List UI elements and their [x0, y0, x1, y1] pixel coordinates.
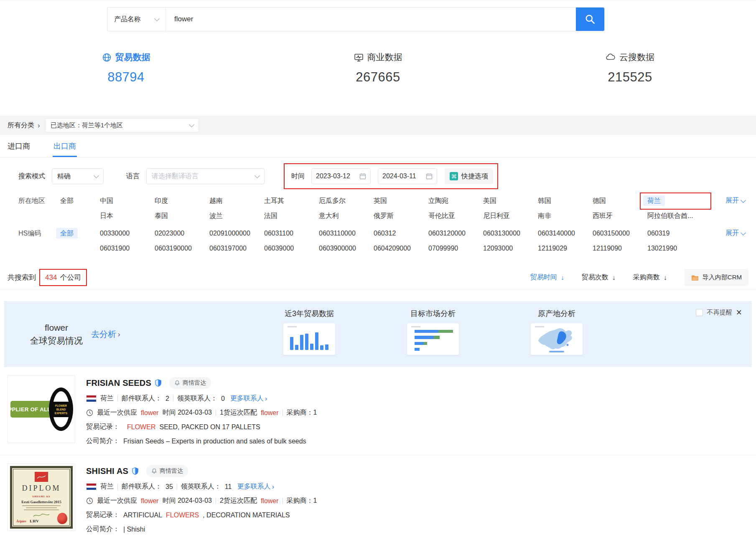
shipment-match-text: 2货运次匹配	[220, 496, 257, 505]
language-select[interactable]: 请选择翻译语言	[146, 168, 265, 184]
import-crm-button[interactable]: 导入内部CRM	[685, 269, 748, 286]
divider	[117, 484, 118, 490]
company-name[interactable]: FRISIAN SEEDS	[86, 378, 151, 388]
hs-expand-link[interactable]: 展开	[725, 229, 745, 238]
hs-item[interactable]: 0603130000	[483, 230, 538, 237]
more-contacts-link[interactable]: 更多联系人 ›	[237, 482, 274, 491]
hs-item[interactable]: 00330000	[100, 230, 155, 237]
region-item[interactable]: 美国	[483, 197, 538, 205]
language-placeholder: 请选择翻译语言	[152, 172, 199, 181]
hs-item[interactable]: 06031100	[264, 230, 319, 237]
stat-cloud-search-data[interactable]: 云搜数据 215525	[504, 51, 756, 98]
stat-label: 云搜数据	[619, 51, 654, 63]
date-to-input[interactable]: 2024-03-11	[378, 168, 437, 184]
shipment-match-text: 1货运次匹配	[220, 408, 257, 417]
company-logo[interactable]: SUPPLIER OF ALL SEEDS FLOWER BLEND EXPER…	[8, 375, 75, 443]
intro-text: Frisian Seeds – Experts in production an…	[123, 438, 306, 445]
breadcrumb[interactable]: 所有分类 ›	[8, 121, 40, 130]
region-item[interactable]: 立陶宛	[428, 197, 483, 205]
company-logo[interactable]: DIPLOM SHISHI AS Eesti Gasellettevõte 20…	[8, 463, 75, 531]
close-icon[interactable]: ×	[736, 308, 742, 317]
region-item[interactable]: 西班牙	[593, 212, 647, 220]
business-radar-badge[interactable]: 商情雷达	[169, 377, 211, 389]
region-item[interactable]: 日本	[100, 212, 155, 220]
banner-card-trade-3y[interactable]: 近3年贸易数据	[267, 309, 351, 355]
date-from-input[interactable]: 2023-03-12	[311, 168, 371, 184]
more-contacts-link[interactable]: 更多联系人 ›	[230, 394, 267, 403]
region-item[interactable]: 意大利	[319, 212, 374, 220]
region-item-all[interactable]: 全部	[60, 197, 100, 205]
region-row-1: 所在地区 全部 中国 印度 越南 土耳其 厄瓜多尔 英国 立陶宛 美国 韩国 德…	[18, 193, 748, 208]
region-item[interactable]: 哥伦比亚	[428, 212, 483, 220]
region-label: 所在地区	[18, 197, 60, 205]
company-name[interactable]: SHISHI AS	[86, 466, 128, 476]
intro-text: | Shishi	[123, 526, 145, 533]
banner-card-target-market[interactable]: 目标市场分析	[391, 309, 475, 355]
sort-trade-time[interactable]: 贸易时间 ↓	[530, 273, 564, 282]
business-radar-badge[interactable]: 商情雷达	[146, 465, 188, 477]
region-item[interactable]: 俄罗斯	[374, 212, 428, 220]
decorative-line	[24, 509, 59, 510]
hs-item[interactable]: 0603190000	[155, 245, 209, 252]
search-button[interactable]	[576, 8, 604, 31]
hs-item[interactable]: 0604209000	[374, 245, 428, 252]
hs-item[interactable]: 0603900000	[319, 245, 374, 252]
divider	[177, 484, 177, 490]
banner-card-title: 近3年贸易数据	[285, 309, 334, 319]
tab-importer[interactable]: 进口商	[8, 135, 30, 157]
region-item[interactable]: 中国	[100, 197, 155, 205]
hs-item[interactable]: 060312	[374, 230, 428, 237]
hs-item-all[interactable]: 全部	[60, 229, 100, 238]
region-item[interactable]: 泰国	[155, 212, 209, 220]
search-category-dropdown[interactable]: 产品名称	[107, 8, 166, 31]
region-item[interactable]: 南非	[538, 212, 593, 220]
hs-item[interactable]: 07099990	[428, 245, 483, 252]
search-input[interactable]	[166, 8, 576, 31]
company-card: SUPPLIER OF ALL SEEDS FLOWER BLEND EXPER…	[0, 367, 756, 455]
region-item[interactable]: 韩国	[538, 197, 593, 205]
quick-options-button[interactable]: ⌘ 快捷选项	[445, 168, 493, 184]
region-item[interactable]: 尼日利亚	[483, 212, 538, 220]
hs-item[interactable]: 0603150000	[593, 230, 647, 237]
more-contacts-label: 更多联系人	[230, 394, 264, 403]
certificate-brand-icon	[35, 472, 48, 482]
tab-exporter[interactable]: 出口商	[53, 135, 76, 157]
region-item[interactable]: 厄瓜多尔	[319, 197, 374, 205]
region-selected-pill: 荷兰	[643, 195, 665, 206]
dont-remind-checkbox[interactable]	[696, 309, 703, 316]
hs-item[interactable]: 06039000	[264, 245, 319, 252]
hs-item[interactable]: 06031900	[100, 245, 155, 252]
hs-item[interactable]: 12119029	[538, 245, 593, 252]
hs-item[interactable]: 12119090	[593, 245, 647, 252]
region-item[interactable]: 波兰	[209, 212, 264, 220]
banner-card-origin[interactable]: 原产地分析	[515, 309, 598, 355]
sort-trade-count[interactable]: 贸易次数 ↓	[582, 273, 616, 282]
hs-item[interactable]: 12093000	[483, 245, 538, 252]
region-item[interactable]: 印度	[155, 197, 209, 205]
hs-item[interactable]: 13021990	[647, 245, 702, 252]
sort-buyer-count[interactable]: 采购商数 ↓	[633, 273, 667, 282]
region-item[interactable]: 德国	[593, 197, 647, 205]
go-analyze-link[interactable]: 去分析 ›	[91, 329, 120, 340]
region-item[interactable]: 英国	[374, 197, 428, 205]
region-item-selected[interactable]: 荷兰	[647, 197, 702, 205]
region-item[interactable]: 法国	[264, 212, 319, 220]
hs-item[interactable]: 0603120000	[428, 230, 483, 237]
shipment-keyword: flower	[261, 409, 279, 417]
search-mode-select[interactable]: 精确	[52, 168, 104, 184]
hs-item[interactable]: 0603140000	[538, 230, 593, 237]
hs-item[interactable]: 060319	[647, 230, 702, 237]
hs-item[interactable]: 0603197000	[209, 245, 264, 252]
supply-text: 最近一次供应	[97, 408, 137, 417]
chevron-down-icon	[94, 173, 99, 178]
selected-region-dropdown[interactable]: 已选地区：荷兰等1个地区	[45, 118, 199, 132]
hs-item[interactable]: 02023000	[155, 230, 209, 237]
stat-business-data[interactable]: 商业数据 267665	[252, 51, 504, 98]
stat-trade-data[interactable]: 贸易数据 88794	[0, 51, 252, 98]
hs-item[interactable]: 02091000000	[209, 230, 264, 237]
region-item[interactable]: 阿拉伯联合酋...	[647, 212, 702, 220]
hs-item[interactable]: 0603110000	[319, 230, 374, 237]
region-expand-link[interactable]: 展开	[725, 196, 745, 205]
region-item[interactable]: 土耳其	[264, 197, 319, 205]
region-item[interactable]: 越南	[209, 197, 264, 205]
